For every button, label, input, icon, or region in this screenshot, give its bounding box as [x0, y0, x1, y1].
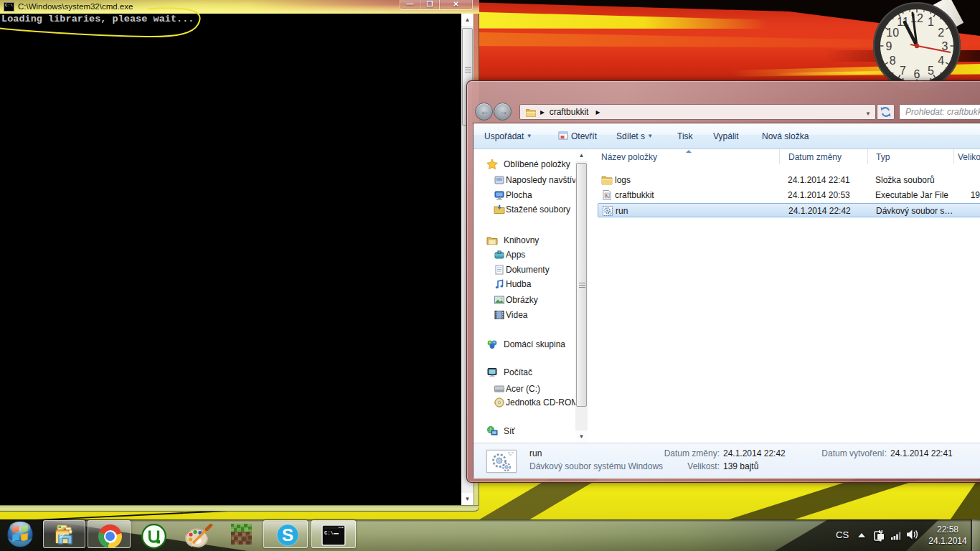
svg-text:S: S	[282, 525, 293, 545]
svg-text:C:\: C:\	[324, 530, 334, 536]
svg-text:7: 7	[900, 65, 906, 77]
svg-text:8: 8	[890, 55, 896, 67]
svg-text:1: 1	[928, 16, 934, 28]
svg-text:10: 10	[886, 27, 899, 39]
svg-text:4: 4	[938, 55, 944, 67]
svg-text:9: 9	[886, 40, 892, 52]
svg-text:5: 5	[928, 65, 934, 77]
svg-text:2: 2	[938, 27, 944, 39]
svg-text:6: 6	[914, 68, 920, 80]
